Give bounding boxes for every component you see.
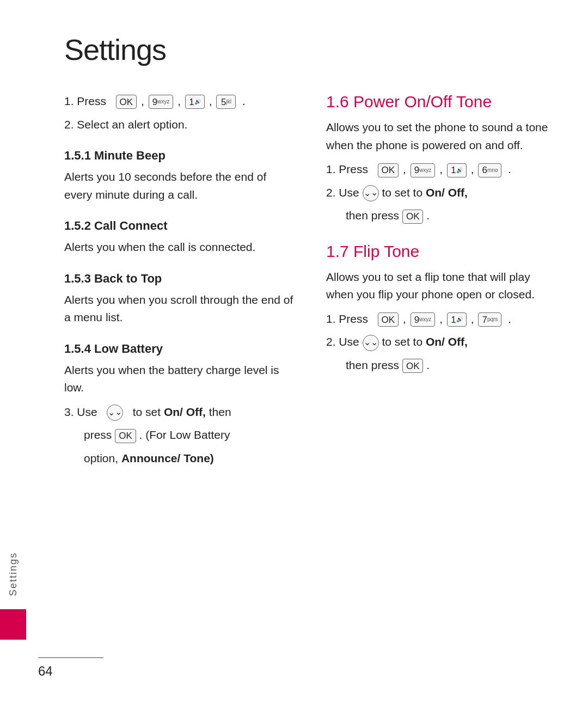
key-7pqrs-17: 7pqrs bbox=[478, 312, 501, 327]
step-16-2-text: 2. Use bbox=[326, 186, 363, 199]
sidebar-tab: Settings bbox=[0, 0, 26, 705]
step-17-2-on: On/ bbox=[426, 335, 445, 348]
key-1b-17: 1🔊 bbox=[447, 312, 467, 327]
text-153: Alerts you when you scroll through the e… bbox=[64, 291, 293, 327]
comma-2: , bbox=[177, 95, 181, 107]
step-16-2-on: On/ bbox=[426, 186, 445, 199]
heading-152: 1.5.2 Call Connect bbox=[64, 219, 293, 233]
text-16: Allows you to set the phone to sound a t… bbox=[326, 119, 555, 154]
key-ok-16: OK bbox=[378, 163, 399, 177]
heading-16: 1.6 Power On/Off Tone bbox=[326, 93, 555, 111]
step-17-1: 1. Press OK , 9wxyz , 1🔊 , 7pqrs . bbox=[326, 310, 555, 328]
step-1-prefix: 1. Press bbox=[64, 95, 106, 107]
step-17-2-period: . bbox=[426, 359, 430, 371]
key-1b-16: 1🔊 bbox=[447, 163, 467, 177]
step-16-1: 1. Press OK , 9wxyz , 1🔊 , 6mno . bbox=[326, 161, 555, 179]
key-9wxyz-17: 9wxyz bbox=[411, 312, 436, 327]
step-3-off: Off, bbox=[186, 406, 206, 418]
text-151: Alerts you 10 seconds before the end of … bbox=[64, 168, 293, 204]
heading-154: 1.5.4 Low Battery bbox=[64, 342, 293, 356]
step-3-announce: Announce/ bbox=[121, 452, 183, 464]
right-column: 1.6 Power On/Off Tone Allows you to set … bbox=[326, 93, 555, 672]
key-ok-17: OK bbox=[378, 312, 399, 327]
key-6mno-16: 6mno bbox=[478, 163, 501, 177]
step-3-end: then bbox=[209, 406, 231, 418]
step-3-press-line: press OK . (For Low Battery bbox=[64, 426, 293, 444]
step-2-line: 2. Select an alert option. bbox=[64, 116, 293, 134]
step-17-2-press: then press OK . bbox=[326, 357, 555, 375]
step-3-option-label: option, bbox=[84, 452, 121, 464]
sidebar-marker bbox=[0, 609, 26, 640]
step-17-2-middle: to set to bbox=[382, 335, 426, 348]
key-ok-17-2: OK bbox=[402, 359, 424, 373]
step-16-1-prefix: 1. Press bbox=[326, 163, 368, 175]
step-3-on: On/ bbox=[164, 406, 183, 418]
step-16-2-off: Off, bbox=[448, 186, 468, 199]
step-1-line: 1. Press OK , 9wxyz , 1🔊 , 5jkl . bbox=[64, 93, 293, 111]
key-ok-16-2: OK bbox=[402, 210, 424, 224]
step-3-paren: . (For Low Battery bbox=[139, 428, 230, 441]
key-ok-step3: OK bbox=[115, 429, 136, 443]
key-ok: OK bbox=[116, 95, 137, 109]
footer-line bbox=[38, 657, 103, 658]
page-title: Settings bbox=[64, 33, 555, 66]
step-17-2-text: 2. Use bbox=[326, 335, 363, 348]
text-17: Allows you to set a flip tone that will … bbox=[326, 268, 555, 304]
step-3-tone: Tone) bbox=[183, 452, 214, 464]
left-column: 1. Press OK , 9wxyz , 1🔊 , 5jkl . 2. Sel… bbox=[64, 93, 293, 672]
key-9wxyz: 9wxyz bbox=[149, 95, 174, 109]
comma-3: , bbox=[209, 95, 212, 107]
step-17-2-then: then press bbox=[346, 359, 402, 371]
step-3-middle: to set bbox=[133, 406, 164, 418]
nav-icon-17: ⌄ bbox=[363, 335, 379, 351]
step-3-prefix: 3. Use bbox=[64, 406, 97, 418]
main-content: Settings 1. Press OK , 9wxyz , 1🔊 , 5jkl… bbox=[26, 0, 588, 705]
page-container: Settings Settings 1. Press OK , 9wxyz , … bbox=[0, 0, 588, 705]
step-3-press-label: press bbox=[84, 428, 115, 441]
step-3-line: 3. Use ⌄ to set On/ Off, then bbox=[64, 403, 293, 421]
step-16-2: 2. Use ⌄ to set to On/ Off, bbox=[326, 184, 555, 202]
step-17-1-prefix: 1. Press bbox=[326, 312, 368, 325]
step-17-2: 2. Use ⌄ to set to On/ Off, bbox=[326, 333, 555, 351]
key-1a: 1🔊 bbox=[185, 95, 205, 109]
heading-153: 1.5.3 Back to Top bbox=[64, 272, 293, 286]
nav-icon-16: ⌄ bbox=[363, 185, 379, 201]
step-3-option-line: option, Announce/ Tone) bbox=[64, 450, 293, 468]
nav-icon-step3: ⌄ bbox=[107, 404, 123, 421]
key-9wxyz-16: 9wxyz bbox=[411, 163, 436, 177]
step-16-2-then: then press bbox=[346, 209, 402, 222]
heading-151: 1.5.1 Minute Beep bbox=[64, 149, 293, 163]
heading-17: 1.7 Flip Tone bbox=[326, 242, 555, 261]
step-17-2-off: Off, bbox=[448, 335, 468, 348]
two-column-layout: 1. Press OK , 9wxyz , 1🔊 , 5jkl . 2. Sel… bbox=[64, 93, 555, 672]
text-154: Alerts you when the battery charge level… bbox=[64, 361, 293, 397]
key-5jkl: 5jkl bbox=[216, 95, 236, 109]
text-152: Alerts you when the call is connected. bbox=[64, 238, 293, 256]
comma-1: , bbox=[141, 95, 144, 107]
page-number: 64 bbox=[38, 664, 53, 678]
step-16-2-press: then press OK . bbox=[326, 207, 555, 225]
page-footer: 64 bbox=[38, 657, 588, 679]
step-16-2-period: . bbox=[426, 209, 430, 222]
step-16-2-middle: to set to bbox=[382, 186, 426, 199]
sidebar-label: Settings bbox=[8, 552, 19, 596]
